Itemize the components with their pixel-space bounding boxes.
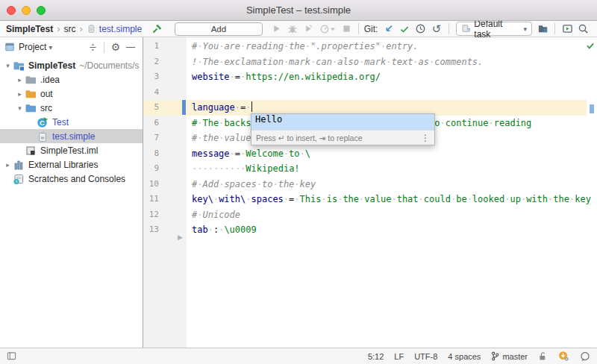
gutter-line-number[interactable]: 8 <box>143 146 187 162</box>
tree-item-src[interactable]: ▾src <box>0 101 143 115</box>
tree-item-external-libraries[interactable]: ▸External Libraries <box>0 157 143 172</box>
code-line-3[interactable]: website·=·https://en.wikipedia.org/ <box>192 69 597 85</box>
tree-collapsed-chevron-icon[interactable]: ▸ <box>15 76 25 84</box>
run-configuration-select[interactable]: ? Default task ▾ <box>456 22 532 36</box>
code-line-13[interactable]: tab·:·\u0009 <box>192 222 597 238</box>
inspections-ok-icon[interactable] <box>586 40 595 53</box>
gutter-line-number[interactable]: 1 <box>143 39 187 54</box>
add-configuration-button[interactable]: Add Configuration... <box>175 22 263 36</box>
build-hammer-icon[interactable] <box>149 22 165 37</box>
build-tasks-icon[interactable] <box>535 22 551 37</box>
gutter-line-number[interactable]: 6 <box>143 116 187 131</box>
project-panel-title[interactable]: Project <box>19 42 46 52</box>
tree-item-label: Scratches and Consoles <box>28 174 125 184</box>
run-button-disabled[interactable] <box>269 22 284 37</box>
editor-code-area[interactable]: #·You·are·reading·the·".properties"·entr… <box>187 37 597 348</box>
close-button[interactable] <box>7 6 16 15</box>
breadcrumb-file-label: test.simple <box>99 24 142 34</box>
code-line-9[interactable]: ··········Wikipedia! <box>192 161 597 177</box>
caret-position-widget[interactable]: 5:12 <box>368 352 384 361</box>
code-line-12[interactable]: #·Unicode <box>192 207 597 223</box>
editor: 12345678910111213 ▶ #·You·are·reading·th… <box>143 37 597 348</box>
ide-update-icon[interactable] <box>558 351 569 362</box>
gutter-line-number[interactable]: 3 <box>143 69 187 85</box>
code-token: #·You·are·reading·the·".properties"·entr… <box>192 41 419 51</box>
line-ending-widget[interactable]: LF <box>394 352 404 361</box>
debug-button-disabled[interactable] <box>285 22 301 37</box>
profiler-button-disabled[interactable] <box>316 22 338 37</box>
tree-expanded-chevron-icon[interactable]: ▾ <box>15 104 25 112</box>
indent-widget[interactable]: 4 spaces <box>448 352 481 361</box>
code-line-8[interactable]: message·=·Welcome·to·\ <box>192 146 597 162</box>
caret-position-stripe-marker[interactable] <box>590 104 594 113</box>
code-line-10[interactable]: #·Add·spaces·to·the·key <box>192 177 597 192</box>
tree-item-label: .idea <box>40 75 60 85</box>
gutter-line-number[interactable]: 2 <box>143 54 187 70</box>
code-line-1[interactable]: #·You·are·reading·the·".properties"·entr… <box>192 39 597 54</box>
tree-item-test[interactable]: CTest <box>0 115 143 129</box>
completion-item-hello[interactable]: Hello <box>251 114 434 130</box>
folder-src-icon <box>25 102 37 114</box>
toolbar-separator <box>358 23 359 34</box>
fold-arrow-icon[interactable]: ▶ <box>178 233 183 241</box>
stop-button-disabled[interactable] <box>338 22 354 37</box>
gutter-line-number[interactable]: 4 <box>143 85 187 101</box>
unlocked-icon[interactable] <box>538 351 548 361</box>
code-line-11[interactable]: key\·with\·spaces·=·This·is·the·value·th… <box>192 192 597 207</box>
code-token: #·Add·spaces·to·the·key <box>192 179 316 189</box>
commit-icon[interactable] <box>397 22 413 37</box>
history-icon[interactable] <box>413 22 428 37</box>
tree-collapsed-chevron-icon[interactable]: ▸ <box>15 90 25 98</box>
encoding-widget[interactable]: UTF-8 <box>414 352 437 361</box>
tree-item-simpletest-iml[interactable]: SimpleTest.iml <box>0 143 143 157</box>
vcs-change-marker <box>182 100 186 115</box>
code-line-2[interactable]: !·The·exclamation·mark·can·also·mark·tex… <box>192 54 597 70</box>
minimize-button[interactable] <box>22 6 31 15</box>
tree-collapsed-chevron-icon[interactable]: ▸ <box>3 161 13 169</box>
code-token: #·Unicode <box>192 210 240 220</box>
breadcrumb-file[interactable]: test.simple <box>87 24 142 34</box>
git-label: Git: <box>364 24 378 34</box>
code-token: ·=· <box>230 148 246 159</box>
chevron-down-icon[interactable]: ▾ <box>49 43 52 51</box>
traffic-lights <box>7 6 46 15</box>
class-runnable-icon: C <box>37 116 49 128</box>
gutter-line-number[interactable]: 7 <box>143 131 187 146</box>
breadcrumb: SimpleTest › src › test.simple <box>6 23 142 34</box>
gutter-line-number[interactable]: 9 <box>143 161 187 177</box>
settings-gear-icon[interactable]: ⚙ <box>108 40 123 54</box>
git-branch-widget[interactable]: master <box>491 351 528 361</box>
tree-item-label: out <box>40 89 53 99</box>
tree-item-out[interactable]: ▸out <box>0 87 143 101</box>
rollback-icon[interactable]: ↺ <box>428 22 444 37</box>
tree-item-test-simple[interactable]: test.simple <box>0 129 143 143</box>
tree-item-scratches-and-consoles[interactable]: Scratches and Consoles <box>0 172 143 186</box>
toolwindow-toggle-icon[interactable] <box>7 351 16 361</box>
tree-item--idea[interactable]: ▸.idea <box>0 72 143 87</box>
code-token: website <box>192 72 230 82</box>
editor-gutter[interactable]: 12345678910111213 ▶ <box>143 37 187 348</box>
gutter-line-number[interactable]: 10 <box>143 177 187 192</box>
gutter-line-number[interactable]: 5 <box>143 100 187 116</box>
code-line-4[interactable] <box>192 85 597 101</box>
toolbar-separator <box>448 23 449 34</box>
file-simple-icon <box>37 131 49 142</box>
breadcrumb-project[interactable]: SimpleTest <box>6 24 53 34</box>
code-token: ·=· <box>235 102 251 113</box>
more-options-icon[interactable]: ⋮ <box>421 133 430 143</box>
run-anything-icon[interactable] <box>559 22 575 37</box>
run-with-coverage-button-disabled[interactable] <box>301 22 316 37</box>
hide-panel-icon[interactable]: — <box>123 40 138 54</box>
search-everywhere-icon[interactable] <box>575 22 591 37</box>
tree-expanded-chevron-icon[interactable]: ▾ <box>3 62 13 69</box>
tree-item-simpletest[interactable]: ▾SimpleTest~/Documents/s <box>0 58 143 72</box>
update-project-icon[interactable] <box>381 22 396 37</box>
code-token: tab <box>192 225 208 235</box>
tree-item-label: External Libraries <box>28 160 98 170</box>
notifications-icon[interactable] <box>580 351 590 362</box>
zoom-button[interactable] <box>37 6 46 15</box>
collapse-all-icon[interactable] <box>85 40 100 54</box>
gutter-line-number[interactable]: 12 <box>143 207 187 223</box>
gutter-line-number[interactable]: 11 <box>143 192 187 207</box>
breadcrumb-dir[interactable]: src <box>63 24 75 34</box>
